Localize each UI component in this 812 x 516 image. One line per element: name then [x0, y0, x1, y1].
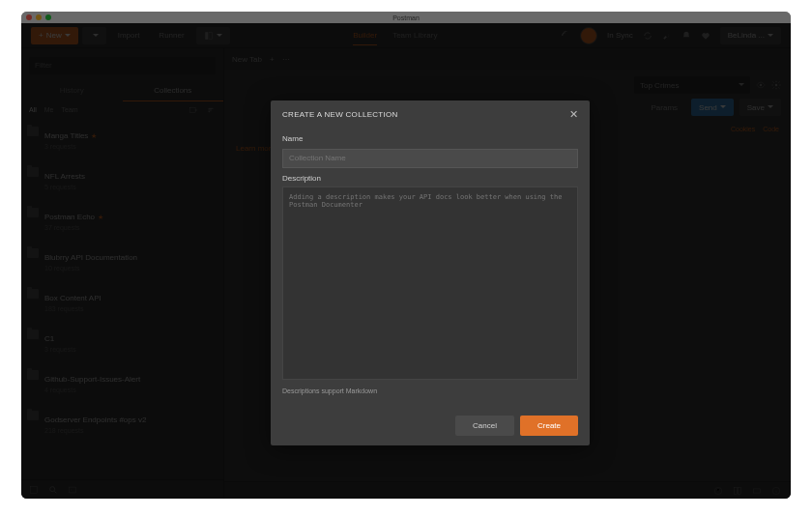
create-collection-modal: CREATE A NEW COLLECTION ✕ Name Descripti… [271, 100, 590, 445]
markdown-hint: Descriptions support Markdown [282, 387, 578, 394]
create-button[interactable]: Create [520, 416, 578, 436]
collection-description-input[interactable] [282, 186, 578, 380]
close-icon[interactable]: ✕ [569, 108, 578, 121]
modal-title: CREATE A NEW COLLECTION [282, 110, 398, 119]
collection-name-input[interactable] [282, 149, 578, 168]
description-label: Description [282, 174, 578, 183]
app-window: Postman + New Import Runner Builder Team… [21, 12, 791, 499]
cancel-button[interactable]: Cancel [455, 416, 514, 436]
name-label: Name [282, 134, 578, 143]
